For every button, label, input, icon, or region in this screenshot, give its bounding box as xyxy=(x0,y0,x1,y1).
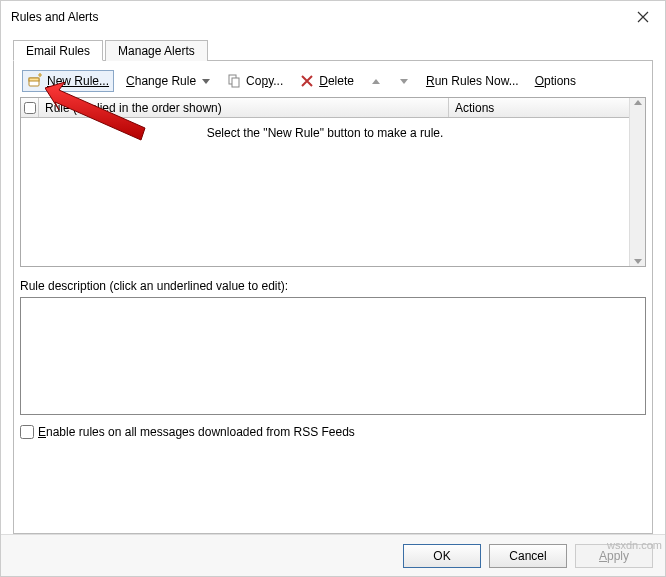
run-rules-now-button[interactable]: Run Rules Now... xyxy=(422,72,523,90)
run-rules-now-label: Run Rules Now... xyxy=(426,74,519,88)
scroll-up-icon xyxy=(634,100,642,105)
options-button[interactable]: Options xyxy=(531,72,580,90)
cancel-button[interactable]: Cancel xyxy=(489,544,567,568)
column-checkbox[interactable] xyxy=(21,98,39,117)
select-all-checkbox[interactable] xyxy=(24,102,36,114)
tab-label: Manage Alerts xyxy=(118,44,195,58)
rules-list-main: Rule (applied in the order shown) Action… xyxy=(21,98,629,266)
copy-label: Copy... xyxy=(246,74,283,88)
change-rule-button[interactable]: Change Rule xyxy=(122,72,214,90)
empty-rules-text: Select the "New Rule" button to make a r… xyxy=(207,126,444,140)
rss-enable-row[interactable]: Enable rules on all messages downloaded … xyxy=(20,425,646,439)
delete-rule-button[interactable]: Delete xyxy=(295,71,358,91)
svg-rect-3 xyxy=(232,78,239,87)
arrow-up-icon xyxy=(372,79,380,84)
arrow-down-icon xyxy=(400,79,408,84)
rules-list: Rule (applied in the order shown) Action… xyxy=(20,97,646,267)
new-rule-button[interactable]: New Rule... xyxy=(22,70,114,92)
ok-button[interactable]: OK xyxy=(403,544,481,568)
move-up-button[interactable] xyxy=(366,77,386,86)
apply-label: Apply xyxy=(599,549,629,563)
close-icon xyxy=(635,9,651,25)
ok-label: OK xyxy=(433,549,450,563)
close-button[interactable] xyxy=(621,1,665,33)
tab-email-rules[interactable]: Email Rules xyxy=(13,40,103,61)
tab-manage-alerts[interactable]: Manage Alerts xyxy=(105,40,208,61)
email-rules-panel: New Rule... Change Rule Copy... xyxy=(13,61,653,534)
scroll-down-icon xyxy=(634,259,642,264)
copy-icon xyxy=(226,73,242,89)
dropdown-icon xyxy=(202,79,210,84)
delete-label: Delete xyxy=(319,74,354,88)
rss-enable-label: Enable rules on all messages downloaded … xyxy=(38,425,355,439)
copy-rule-button[interactable]: Copy... xyxy=(222,71,287,91)
rules-and-alerts-dialog: Rules and Alerts Email Rules Manage Aler… xyxy=(0,0,666,577)
column-actions-label: Actions xyxy=(455,101,494,115)
change-rule-label: Change Rule xyxy=(126,74,196,88)
tab-label: Email Rules xyxy=(26,44,90,58)
rules-list-scrollbar[interactable] xyxy=(629,98,645,266)
new-rule-icon xyxy=(27,73,43,89)
svg-rect-1 xyxy=(29,78,39,81)
column-rule-label: Rule (applied in the order shown) xyxy=(45,101,222,115)
move-down-button[interactable] xyxy=(394,77,414,86)
titlebar: Rules and Alerts xyxy=(1,1,665,33)
apply-button: Apply xyxy=(575,544,653,568)
dialog-footer: OK Cancel Apply xyxy=(1,534,665,576)
rule-description-box[interactable] xyxy=(20,297,646,415)
options-label: Options xyxy=(535,74,576,88)
rules-list-body: Select the "New Rule" button to make a r… xyxy=(21,118,629,266)
column-actions[interactable]: Actions xyxy=(449,98,629,117)
tab-strip: Email Rules Manage Alerts xyxy=(13,39,653,61)
dialog-content: Email Rules Manage Alerts New Rule... Ch… xyxy=(1,33,665,534)
cancel-label: Cancel xyxy=(509,549,546,563)
rss-enable-checkbox[interactable] xyxy=(20,425,34,439)
new-rule-label: New Rule... xyxy=(47,74,109,88)
delete-icon xyxy=(299,73,315,89)
window-title: Rules and Alerts xyxy=(11,10,621,24)
rule-description-label: Rule description (click an underlined va… xyxy=(20,279,646,293)
rules-list-header: Rule (applied in the order shown) Action… xyxy=(21,98,629,118)
rules-toolbar: New Rule... Change Rule Copy... xyxy=(20,67,646,95)
column-rule[interactable]: Rule (applied in the order shown) xyxy=(39,98,449,117)
